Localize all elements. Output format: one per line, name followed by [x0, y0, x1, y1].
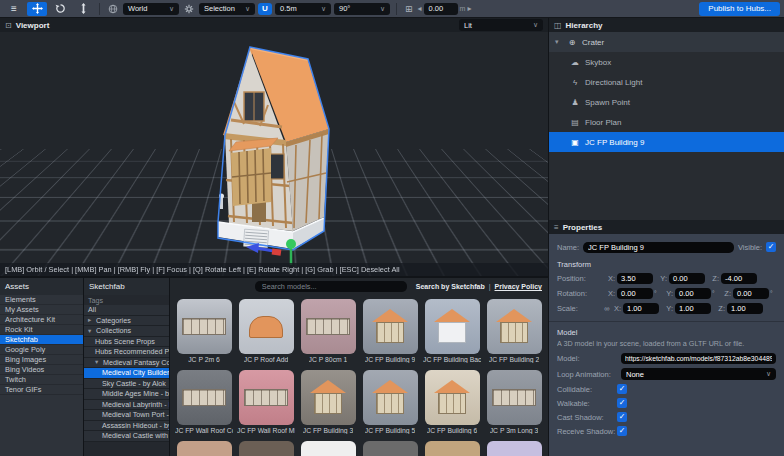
- tag-item-collections[interactable]: ▾Collections: [84, 326, 169, 337]
- visible-checkbox[interactable]: ✓: [766, 242, 776, 252]
- source-item-rock-kit[interactable]: Rock Kit: [0, 325, 83, 335]
- tag-item-hubs-scene-props[interactable]: Hubs Scene Props: [84, 337, 169, 348]
- source-item-bing-videos[interactable]: Bing Videos: [0, 365, 83, 375]
- privacy-policy-link[interactable]: Privacy Policy: [495, 283, 542, 290]
- asset-card[interactable]: [175, 441, 233, 456]
- transform-space-select[interactable]: World ∨: [123, 3, 179, 15]
- source-item-sketchfab[interactable]: Sketchfab: [0, 335, 83, 345]
- collidable-checkbox[interactable]: ✓: [617, 384, 627, 394]
- source-item-tenor-gifs[interactable]: Tenor GIFs: [0, 385, 83, 395]
- asset-card[interactable]: JC FP Building 5: [361, 370, 419, 434]
- scale-z-input[interactable]: 1.00: [727, 303, 763, 314]
- building-model[interactable]: [198, 32, 378, 272]
- position-y-input[interactable]: 0.00: [669, 273, 705, 284]
- tag-item-medieval-town-port[interactable]: Medieval Town Port - t: [84, 410, 169, 421]
- tag-item-medieval-fantasy-contest[interactable]: ▾Medieval Fantasy Contest: [84, 358, 169, 369]
- loop-animation-select[interactable]: None ∨: [621, 368, 776, 380]
- asset-card[interactable]: JC FP Wall Roof Mi...: [237, 370, 295, 434]
- asset-card[interactable]: [299, 441, 357, 456]
- asset-card[interactable]: JC P 80cm 1: [299, 299, 357, 363]
- asset-card[interactable]: JC FP Building 2: [485, 299, 543, 363]
- asset-card[interactable]: JC P Roof Add: [237, 299, 295, 363]
- transform-pivot-select[interactable]: Selection ∨: [199, 3, 255, 15]
- position-row: Position: X: 3.50 Y: 0.00 Z: -4.00: [557, 271, 776, 286]
- hierarchy-title: Hierarchy: [566, 21, 603, 30]
- publish-button[interactable]: Publish to Hubs...: [699, 2, 780, 16]
- caret-right-icon[interactable]: ▸: [88, 316, 94, 324]
- menu-icon[interactable]: ≡: [4, 2, 24, 16]
- asset-card[interactable]: JC FP Building Back...: [423, 299, 481, 363]
- scale-tool-button[interactable]: [73, 2, 93, 16]
- stepper-left-icon[interactable]: ◂: [418, 4, 422, 13]
- name-input[interactable]: [583, 242, 734, 253]
- position-z-input[interactable]: -4.00: [721, 273, 757, 284]
- hierarchy-item-jc-fp-building-9[interactable]: ▣ JC FP Building 9: [549, 132, 784, 152]
- asset-card[interactable]: JC FP Wall Roof Co...: [175, 370, 233, 434]
- source-item-twitch[interactable]: Twitch: [0, 375, 83, 385]
- asset-card[interactable]: [485, 441, 543, 456]
- hotkey-bar: [LMB] Orbit / Select | [MMB] Pan | [RMB]…: [0, 263, 548, 276]
- asset-card[interactable]: JC P 2m 6: [175, 299, 233, 363]
- caret-down-icon[interactable]: ▾: [555, 38, 562, 46]
- receive-shadow-label: Receive Shadow:: [557, 427, 617, 436]
- source-item-elements[interactable]: Elements: [0, 295, 83, 305]
- tag-item-middle-ages-mine[interactable]: Middle Ages Mine - by: [84, 389, 169, 400]
- snap-toggle-button[interactable]: U: [258, 3, 272, 15]
- viewport-canvas[interactable]: [LMB] Orbit / Select | [MMB] Pan | [RMB]…: [0, 32, 548, 276]
- translate-tool-button[interactable]: [27, 2, 47, 16]
- tag-item-assassin-hideout[interactable]: Assassin Hideout - by r: [84, 421, 169, 432]
- hierarchy-item-floor-plan[interactable]: ▤ Floor Plan: [549, 112, 784, 132]
- asset-card[interactable]: JC FP Building 6: [423, 370, 481, 434]
- asset-card[interactable]: [423, 441, 481, 456]
- source-item-my-assets[interactable]: My Assets: [0, 305, 83, 315]
- tag-item-all[interactable]: All: [84, 305, 169, 316]
- asset-card[interactable]: JC FP Building 9: [361, 299, 419, 363]
- asset-card[interactable]: JC P 3m Long 3: [485, 370, 543, 434]
- scale-y-input[interactable]: 1.00: [675, 303, 711, 314]
- tag-item-medieval-city-builder[interactable]: Medieval City Builder: [84, 368, 169, 379]
- model-url-input[interactable]: [621, 353, 776, 364]
- rotation-z-input[interactable]: 0.00: [733, 288, 769, 299]
- cast-shadow-row: Cast Shadow: ✓: [557, 410, 776, 424]
- tag-item-sky-castle[interactable]: Sky Castle - by Alok: [84, 379, 169, 390]
- source-item-architecture-kit[interactable]: Architecture Kit: [0, 315, 83, 325]
- list-icon: ≡: [554, 223, 559, 232]
- node-label: Spawn Point: [585, 98, 630, 107]
- snap-move-select[interactable]: 0.5m ∨: [275, 3, 331, 15]
- globe-icon: [108, 4, 118, 14]
- stepper-right-icon[interactable]: ▸: [467, 4, 471, 13]
- asset-card[interactable]: [361, 441, 419, 456]
- receive-shadow-checkbox[interactable]: ✓: [617, 426, 627, 436]
- tag-item-medieval-labyrinth[interactable]: Medieval Labyrinth - b: [84, 400, 169, 411]
- position-x-input[interactable]: 3.50: [617, 273, 653, 284]
- caret-down-icon[interactable]: ▾: [88, 327, 94, 335]
- main-area: ⊡ Viewport Lit ∨: [0, 18, 784, 456]
- tag-item-hubs-recommended[interactable]: Hubs Recommended Props: [84, 347, 169, 358]
- hierarchy-item-spawn-point[interactable]: ♟ Spawn Point: [549, 92, 784, 112]
- rotation-y-input[interactable]: 0.00: [675, 288, 711, 299]
- search-input[interactable]: [255, 281, 407, 292]
- source-item-bing-images[interactable]: Bing Images: [0, 355, 83, 365]
- tag-item-categories[interactable]: ▸Categories: [84, 316, 169, 327]
- scale-x-input[interactable]: 1.00: [623, 303, 659, 314]
- tag-item-medieval-castle[interactable]: Medieval Castle with V: [84, 431, 169, 442]
- scale-label: Scale:: [557, 304, 601, 313]
- grid-height-value[interactable]: 0.00: [424, 3, 458, 15]
- snap-rotate-select[interactable]: 90° ∨: [334, 3, 390, 15]
- asset-card[interactable]: JC FP Building 3: [299, 370, 357, 434]
- hierarchy-item-directional-light[interactable]: ϟ Directional Light: [549, 72, 784, 92]
- link-icon[interactable]: ∞: [601, 304, 613, 313]
- asset-thumbnail: [425, 299, 480, 354]
- rotation-x-input[interactable]: 0.00: [617, 288, 653, 299]
- hierarchy-item-crater[interactable]: ▾ ⊕ Crater: [549, 32, 784, 52]
- caret-down-icon[interactable]: ▾: [95, 358, 101, 366]
- asset-card[interactable]: [237, 441, 295, 456]
- source-item-google-poly[interactable]: Google Poly: [0, 345, 83, 355]
- rotate-tool-button[interactable]: [50, 2, 70, 16]
- cast-shadow-checkbox[interactable]: ✓: [617, 412, 627, 422]
- shading-mode-select[interactable]: Lit ∨: [459, 19, 543, 31]
- hierarchy-item-skybox[interactable]: ☁ Skybox: [549, 52, 784, 72]
- walkable-checkbox[interactable]: ✓: [617, 398, 627, 408]
- viewport-title: Viewport: [16, 21, 50, 30]
- viewport-icon: ⊡: [5, 21, 12, 30]
